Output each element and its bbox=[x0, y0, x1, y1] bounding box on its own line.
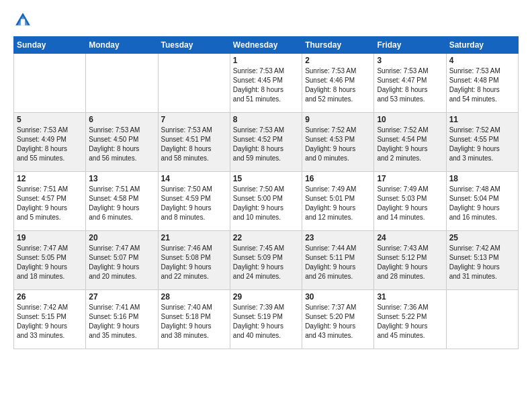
week-row-1: 1Sunrise: 7:53 AM Sunset: 4:45 PM Daylig… bbox=[14, 54, 519, 113]
day-number: 4 bbox=[449, 56, 515, 65]
day-info: Sunrise: 7:47 AM Sunset: 5:07 PM Dayligh… bbox=[89, 244, 140, 280]
day-number: 20 bbox=[89, 233, 154, 242]
day-number: 17 bbox=[377, 174, 443, 183]
day-info: Sunrise: 7:47 AM Sunset: 5:05 PM Dayligh… bbox=[17, 244, 68, 280]
day-info: Sunrise: 7:53 AM Sunset: 4:47 PM Dayligh… bbox=[377, 67, 428, 103]
day-info: Sunrise: 7:46 AM Sunset: 5:08 PM Dayligh… bbox=[161, 244, 212, 280]
day-info: Sunrise: 7:51 AM Sunset: 4:58 PM Dayligh… bbox=[89, 185, 140, 221]
day-cell: 14Sunrise: 7:50 AM Sunset: 4:59 PM Dayli… bbox=[158, 172, 230, 231]
day-info: Sunrise: 7:52 AM Sunset: 4:53 PM Dayligh… bbox=[305, 126, 356, 162]
day-cell: 24Sunrise: 7:43 AM Sunset: 5:12 PM Dayli… bbox=[374, 231, 446, 290]
weekday-header-wednesday: Wednesday bbox=[230, 37, 302, 54]
weekday-header-row: SundayMondayTuesdayWednesdayThursdayFrid… bbox=[14, 37, 519, 54]
day-number: 31 bbox=[377, 292, 443, 302]
day-cell: 6Sunrise: 7:53 AM Sunset: 4:50 PM Daylig… bbox=[86, 113, 158, 172]
day-number: 14 bbox=[161, 174, 227, 183]
weekday-header-monday: Monday bbox=[86, 37, 158, 54]
day-cell: 26Sunrise: 7:42 AM Sunset: 5:15 PM Dayli… bbox=[14, 290, 86, 349]
day-info: Sunrise: 7:50 AM Sunset: 4:59 PM Dayligh… bbox=[161, 185, 212, 221]
day-number: 13 bbox=[89, 174, 154, 183]
day-cell bbox=[446, 290, 518, 349]
day-cell bbox=[158, 54, 230, 113]
day-number: 24 bbox=[377, 233, 443, 242]
day-number: 19 bbox=[17, 233, 83, 242]
weekday-header-saturday: Saturday bbox=[446, 37, 518, 54]
day-cell: 8Sunrise: 7:53 AM Sunset: 4:52 PM Daylig… bbox=[230, 113, 302, 172]
day-info: Sunrise: 7:43 AM Sunset: 5:12 PM Dayligh… bbox=[377, 244, 428, 280]
day-info: Sunrise: 7:53 AM Sunset: 4:50 PM Dayligh… bbox=[89, 126, 140, 162]
day-cell: 11Sunrise: 7:52 AM Sunset: 4:55 PM Dayli… bbox=[446, 113, 518, 172]
day-info: Sunrise: 7:41 AM Sunset: 5:16 PM Dayligh… bbox=[89, 304, 140, 339]
day-cell: 4Sunrise: 7:53 AM Sunset: 4:48 PM Daylig… bbox=[446, 54, 518, 113]
day-info: Sunrise: 7:52 AM Sunset: 4:54 PM Dayligh… bbox=[377, 126, 428, 162]
day-number: 27 bbox=[89, 292, 154, 302]
day-number: 1 bbox=[233, 56, 299, 65]
week-row-4: 19Sunrise: 7:47 AM Sunset: 5:05 PM Dayli… bbox=[14, 231, 519, 290]
day-cell: 21Sunrise: 7:46 AM Sunset: 5:08 PM Dayli… bbox=[158, 231, 230, 290]
day-cell: 22Sunrise: 7:45 AM Sunset: 5:09 PM Dayli… bbox=[230, 231, 302, 290]
day-cell: 28Sunrise: 7:40 AM Sunset: 5:18 PM Dayli… bbox=[158, 290, 230, 349]
day-number: 5 bbox=[17, 115, 83, 124]
header bbox=[13, 11, 519, 30]
day-info: Sunrise: 7:40 AM Sunset: 5:18 PM Dayligh… bbox=[161, 304, 212, 339]
day-cell: 2Sunrise: 7:53 AM Sunset: 4:46 PM Daylig… bbox=[302, 54, 374, 113]
day-cell: 27Sunrise: 7:41 AM Sunset: 5:16 PM Dayli… bbox=[86, 290, 158, 349]
day-cell: 25Sunrise: 7:42 AM Sunset: 5:13 PM Dayli… bbox=[446, 231, 518, 290]
day-number: 26 bbox=[17, 292, 83, 302]
day-cell: 19Sunrise: 7:47 AM Sunset: 5:05 PM Dayli… bbox=[14, 231, 86, 290]
day-cell: 31Sunrise: 7:36 AM Sunset: 5:22 PM Dayli… bbox=[374, 290, 446, 349]
day-info: Sunrise: 7:51 AM Sunset: 4:57 PM Dayligh… bbox=[17, 185, 68, 221]
day-info: Sunrise: 7:49 AM Sunset: 5:01 PM Dayligh… bbox=[305, 185, 356, 221]
day-number: 18 bbox=[449, 174, 515, 183]
svg-rect-2 bbox=[21, 19, 25, 25]
day-number: 25 bbox=[449, 233, 515, 242]
day-cell: 20Sunrise: 7:47 AM Sunset: 5:07 PM Dayli… bbox=[86, 231, 158, 290]
day-info: Sunrise: 7:53 AM Sunset: 4:48 PM Dayligh… bbox=[449, 67, 500, 103]
weekday-header-tuesday: Tuesday bbox=[158, 37, 230, 54]
day-number: 29 bbox=[233, 292, 299, 302]
weekday-header-sunday: Sunday bbox=[14, 37, 86, 54]
day-info: Sunrise: 7:53 AM Sunset: 4:51 PM Dayligh… bbox=[161, 126, 212, 162]
day-info: Sunrise: 7:37 AM Sunset: 5:20 PM Dayligh… bbox=[305, 304, 356, 339]
day-number: 6 bbox=[89, 115, 154, 124]
day-number: 28 bbox=[161, 292, 227, 302]
day-info: Sunrise: 7:42 AM Sunset: 5:15 PM Dayligh… bbox=[17, 304, 68, 339]
day-info: Sunrise: 7:53 AM Sunset: 4:52 PM Dayligh… bbox=[233, 126, 284, 162]
day-info: Sunrise: 7:53 AM Sunset: 4:46 PM Dayligh… bbox=[305, 67, 356, 103]
day-cell: 17Sunrise: 7:49 AM Sunset: 5:03 PM Dayli… bbox=[374, 172, 446, 231]
day-cell: 29Sunrise: 7:39 AM Sunset: 5:19 PM Dayli… bbox=[230, 290, 302, 349]
day-info: Sunrise: 7:36 AM Sunset: 5:22 PM Dayligh… bbox=[377, 304, 428, 339]
day-number: 9 bbox=[305, 115, 371, 124]
page: SundayMondayTuesdayWednesdayThursdayFrid… bbox=[0, 0, 532, 360]
day-number: 11 bbox=[449, 115, 515, 124]
logo bbox=[13, 11, 35, 30]
day-number: 8 bbox=[233, 115, 299, 124]
day-cell: 13Sunrise: 7:51 AM Sunset: 4:58 PM Dayli… bbox=[86, 172, 158, 231]
logo-icon bbox=[13, 11, 32, 30]
week-row-5: 26Sunrise: 7:42 AM Sunset: 5:15 PM Dayli… bbox=[14, 290, 519, 349]
day-number: 7 bbox=[161, 115, 227, 124]
day-cell: 3Sunrise: 7:53 AM Sunset: 4:47 PM Daylig… bbox=[374, 54, 446, 113]
day-cell: 9Sunrise: 7:52 AM Sunset: 4:53 PM Daylig… bbox=[302, 113, 374, 172]
day-number: 2 bbox=[305, 56, 371, 65]
day-number: 15 bbox=[233, 174, 299, 183]
day-info: Sunrise: 7:48 AM Sunset: 5:04 PM Dayligh… bbox=[449, 185, 500, 221]
day-cell bbox=[86, 54, 158, 113]
day-info: Sunrise: 7:44 AM Sunset: 5:11 PM Dayligh… bbox=[305, 244, 356, 280]
day-cell: 5Sunrise: 7:53 AM Sunset: 4:49 PM Daylig… bbox=[14, 113, 86, 172]
day-info: Sunrise: 7:52 AM Sunset: 4:55 PM Dayligh… bbox=[449, 126, 500, 162]
day-cell: 1Sunrise: 7:53 AM Sunset: 4:45 PM Daylig… bbox=[230, 54, 302, 113]
day-cell: 12Sunrise: 7:51 AM Sunset: 4:57 PM Dayli… bbox=[14, 172, 86, 231]
weekday-header-friday: Friday bbox=[374, 37, 446, 54]
week-row-2: 5Sunrise: 7:53 AM Sunset: 4:49 PM Daylig… bbox=[14, 113, 519, 172]
day-info: Sunrise: 7:42 AM Sunset: 5:13 PM Dayligh… bbox=[449, 244, 500, 280]
calendar: SundayMondayTuesdayWednesdayThursdayFrid… bbox=[13, 36, 519, 349]
weekday-header-thursday: Thursday bbox=[302, 37, 374, 54]
day-cell: 15Sunrise: 7:50 AM Sunset: 5:00 PM Dayli… bbox=[230, 172, 302, 231]
day-cell bbox=[14, 54, 86, 113]
day-info: Sunrise: 7:39 AM Sunset: 5:19 PM Dayligh… bbox=[233, 304, 284, 339]
day-number: 23 bbox=[305, 233, 371, 242]
day-cell: 10Sunrise: 7:52 AM Sunset: 4:54 PM Dayli… bbox=[374, 113, 446, 172]
day-number: 21 bbox=[161, 233, 227, 242]
day-number: 30 bbox=[305, 292, 371, 302]
